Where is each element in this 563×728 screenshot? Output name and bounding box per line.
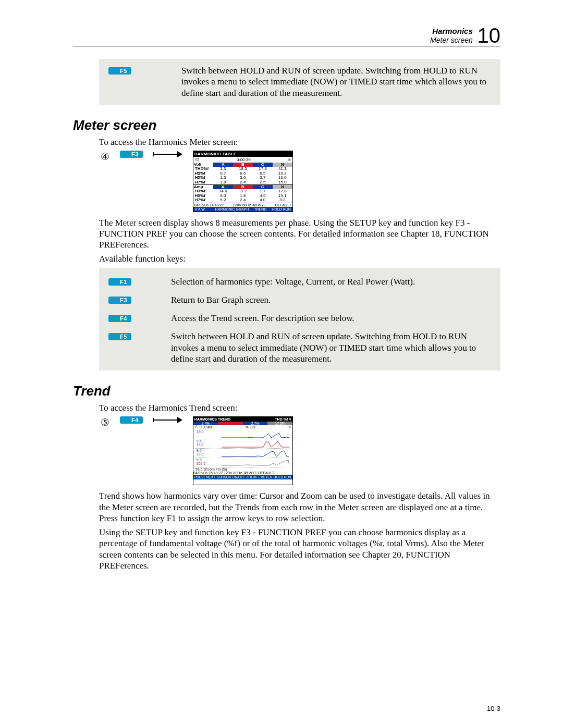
f4-key-badge-2: F4 [120,416,143,424]
f4-key-badge: F4 [108,315,131,322]
harmonics-table-screenshot: HARMONICS TABLE ⏱ 0:00:39 ⎋ Volt A B C N… [193,151,293,212]
trend-intro: To access the Harmonics Trend screen: [99,402,500,413]
f1-key-badge: F1 [108,278,131,286]
trend-paragraph-1: Trend shows how harmonics vary over time… [99,490,500,524]
arrow-icon [152,151,183,158]
function-keys-table: F1 Selection of harmonics type: Voltage,… [99,268,500,371]
f5-note-box: F5 Switch between HOLD and RUN of screen… [99,59,500,105]
meter-paragraph: The Meter screen display shows 8 measure… [99,217,500,251]
harmonics-trend-screenshot: HARMONICS TREND THD %f V 2.4% 2.7% 17.3%… [193,416,293,485]
fkey-row-f5: F5 Switch between HOLD and RUN of screen… [108,331,491,364]
f5-desc: Switch between HOLD and RUN of screen up… [171,331,491,364]
trend-step-row: ⑤ F4 HARMONICS TREND THD %f V 2.4% 2.7% … [99,416,500,485]
f5-key-description: Switch between HOLD and RUN of screen up… [181,65,491,98]
available-fkeys-label: Available function keys: [99,253,500,264]
fkey-row-f1: F1 Selection of harmonics type: Voltage,… [108,276,491,287]
meter-step-row: ④ F3 HARMONICS TABLE ⏱ 0:00:39 ⎋ Volt A … [99,151,500,212]
page-header: Harmonics Meter screen 10 [73,26,500,45]
shot-title: HARMONICS TABLE [193,151,292,157]
step-number-4: ④ [99,151,111,163]
chapter-title: Harmonics [432,27,473,35]
f1-desc: Selection of harmonics type: Voltage, Cu… [171,276,491,287]
page-number: 10-3 [487,705,500,712]
header-rule [73,46,500,46]
f3-key-badge: F3 [120,151,143,158]
fkey-row-f3: F3 Return to Bar Graph screen. [108,294,491,305]
chapter-number: 10 [478,26,501,45]
fkey-row-f4: F4 Access the Trend screen. For descript… [108,313,491,324]
svg-marker-5 [177,417,182,423]
f3-desc: Return to Bar Graph screen. [171,294,491,305]
meter-intro: To access the Harmonics Meter screen: [99,137,500,147]
f3-key-badge-2: F3 [108,297,131,304]
trend-heading: Trend [73,383,500,399]
meter-screen-heading: Meter screen [73,117,500,133]
f4-desc: Access the Trend screen. For description… [171,313,491,324]
f5-key-badge-2: F5 [108,333,131,340]
shot-time: 0:00:39 [237,157,251,162]
arrow-icon [152,416,183,424]
trend-paragraph-2: Using the SETUP key and function key F3 … [99,527,500,571]
svg-marker-2 [177,151,182,157]
chapter-subtitle: Meter screen [430,36,473,44]
step-number-5: ⑤ [99,416,111,428]
f5-key-badge: F5 [108,67,131,75]
